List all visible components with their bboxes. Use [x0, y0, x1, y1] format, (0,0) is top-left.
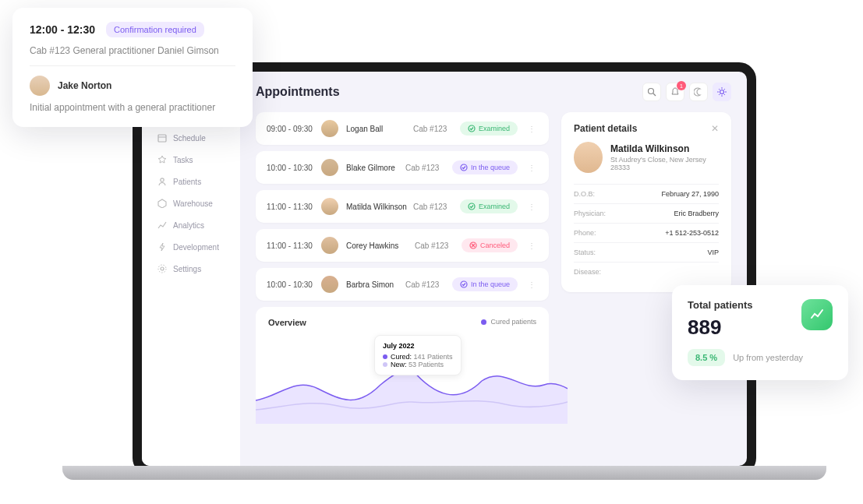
svg-point-6 [161, 267, 164, 270]
patient-detail-row: Status:VIP [574, 242, 719, 262]
popup-description: Initial appointment with a general pract… [30, 102, 235, 113]
total-patients-card: Total patients 889 8.5 % Up from yesterd… [672, 285, 848, 380]
appointment-name: Barbra Simon [346, 280, 405, 289]
sidebar-item-label: Development [173, 243, 219, 252]
sidebar: Desktop Organizations Schedule Tasks Pat… [142, 72, 240, 466]
dot-icon [481, 319, 486, 325]
appointment-row[interactable]: 10:00 - 10:30Barbra SimonCab #123In the … [256, 268, 549, 301]
appointment-name: Corey Hawkins [346, 241, 415, 250]
overview-legend: Cured patients [481, 318, 536, 326]
sidebar-item-tasks[interactable]: Tasks [150, 150, 232, 170]
popup-cab-line: Cab #123 General practitioner Daniel Gim… [30, 45, 235, 66]
svg-point-8 [649, 89, 654, 94]
trend-up-icon [801, 299, 833, 330]
sidebar-item-warehouse[interactable]: Warehouse [150, 193, 232, 213]
appointment-cab: Cab #123 [413, 203, 460, 211]
appointment-cab: Cab #123 [413, 125, 460, 133]
header: Appointments 1 [256, 83, 731, 101]
appointment-cab: Cab #123 [405, 164, 452, 172]
appointment-time: 09:00 - 09:30 [267, 125, 321, 133]
sidebar-item-development[interactable]: Development [150, 237, 232, 257]
sidebar-item-schedule[interactable]: Schedule [150, 128, 232, 148]
star-icon [157, 155, 167, 164]
appointment-cab: Cab #123 [405, 280, 452, 289]
avatar [321, 276, 338, 293]
sidebar-item-label: Warehouse [173, 199, 213, 208]
appointment-row[interactable]: 09:00 - 09:30Logan BallCab #123Examined⋮ [256, 112, 549, 145]
svg-point-7 [158, 265, 166, 273]
appointment-status: In the queue [452, 277, 518, 291]
appointment-name: Matilda Wilkinson [346, 203, 413, 211]
avatar [321, 159, 338, 176]
sidebar-item-analytics[interactable]: Analytics [150, 215, 232, 235]
total-patients-sub: Up from yesterday [733, 353, 803, 362]
avatar [321, 198, 338, 215]
appointment-name: Logan Ball [346, 125, 413, 133]
more-button[interactable]: ⋮ [525, 280, 538, 289]
laptop-base [62, 466, 826, 480]
more-button[interactable]: ⋮ [525, 164, 538, 172]
sidebar-item-label: Patients [173, 178, 201, 186]
appointment-time: 10:00 - 10:30 [267, 164, 321, 172]
svg-rect-4 [158, 135, 166, 142]
avatar [30, 76, 50, 96]
sidebar-item-settings[interactable]: Settings [150, 259, 232, 279]
sidebar-item-label: Settings [173, 265, 201, 273]
chart-icon [157, 220, 167, 230]
appointment-status: Canceled [462, 238, 518, 252]
appointment-status: Examined [460, 122, 518, 136]
appointments-list: 09:00 - 09:30Logan BallCab #123Examined⋮… [256, 112, 549, 424]
bolt-icon [157, 242, 167, 252]
total-patients-title: Total patients [688, 299, 753, 311]
appointment-row[interactable]: 10:00 - 10:30Blake GilmoreCab #123In the… [256, 151, 549, 184]
notification-badge: 1 [677, 81, 686, 90]
patient-details-title: Patient details [574, 123, 637, 134]
popup-status-badge: Confirmation required [106, 22, 204, 37]
light-mode-button[interactable] [713, 83, 731, 101]
patient-detail-row: Physician:Eric Bradberry [574, 203, 719, 223]
appointment-time: 11:00 - 11:30 [267, 241, 321, 250]
calendar-icon [157, 133, 167, 143]
close-button[interactable]: ✕ [711, 123, 719, 134]
popup-patient-name: Jake Norton [58, 80, 111, 91]
appointment-row[interactable]: 11:00 - 11:30Matilda WilkinsonCab #123Ex… [256, 190, 549, 223]
appointment-status: Examined [460, 199, 518, 213]
appointment-time: 11:00 - 11:30 [267, 203, 321, 211]
notifications-button[interactable]: 1 [666, 83, 684, 101]
appointment-cab: Cab #123 [415, 241, 462, 250]
moon-icon [694, 87, 703, 97]
popup-time: 12:00 - 12:30 [30, 23, 95, 36]
search-button[interactable] [642, 83, 661, 101]
sidebar-item-label: Analytics [173, 221, 204, 230]
appointment-name: Blake Gilmore [346, 164, 405, 172]
total-patients-percent: 8.5 % [688, 349, 725, 366]
box-icon [157, 199, 167, 208]
svg-point-5 [161, 178, 164, 182]
patient-name: Matilda Wilkinson [610, 143, 719, 154]
total-patients-value: 889 [688, 315, 753, 340]
svg-point-9 [720, 90, 724, 94]
search-icon [647, 87, 656, 97]
patient-details-card: Patient details ✕ Matilda Wilkinson St A… [561, 112, 731, 292]
patient-detail-row: D.O.B:February 27, 1990 [574, 184, 719, 203]
overview-card: Overview Cured patients July 2022 Cured:… [256, 307, 549, 424]
user-icon [157, 177, 167, 186]
avatar [321, 237, 338, 254]
appointment-time: 10:00 - 10:30 [267, 280, 321, 289]
close-icon: ✕ [711, 123, 719, 134]
sidebar-item-patients[interactable]: Patients [150, 171, 232, 192]
gear-icon [157, 264, 167, 273]
more-button[interactable]: ⋮ [525, 203, 538, 211]
sun-icon [717, 87, 727, 97]
more-button[interactable]: ⋮ [525, 125, 538, 133]
patient-address: St Audrey's Close, New Jersey 28333 [610, 156, 719, 171]
dark-mode-button[interactable] [689, 83, 708, 101]
page-title: Appointments [256, 85, 340, 99]
main-area: Appointments 1 09:00 - 09:30Logan BallCa… [240, 72, 747, 466]
avatar [321, 120, 338, 137]
appointment-row[interactable]: 11:00 - 11:30Corey HawkinsCab #123Cancel… [256, 229, 549, 262]
chart-tooltip: July 2022 Cured: 141 Patients New: 53 Pa… [374, 335, 462, 375]
header-actions: 1 [642, 83, 731, 101]
appointment-status: In the queue [452, 160, 518, 174]
more-button[interactable]: ⋮ [525, 241, 538, 250]
